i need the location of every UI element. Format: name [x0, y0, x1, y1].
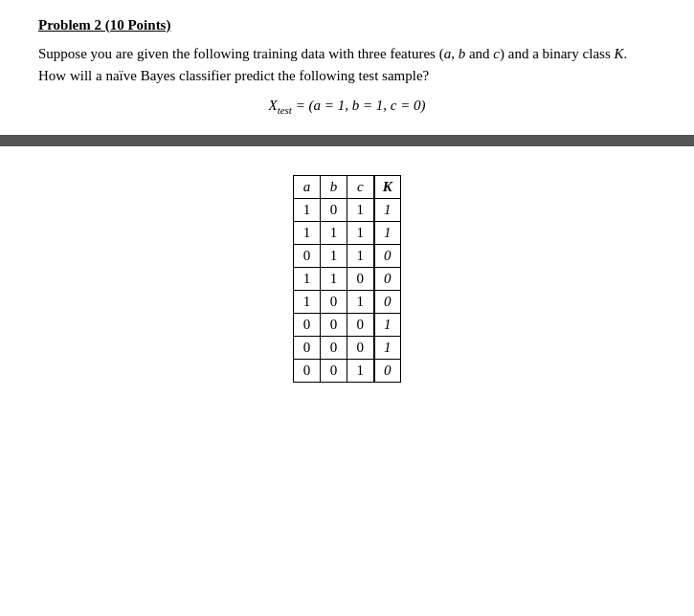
- table-cell: 0: [321, 314, 347, 337]
- table-row: 0010: [294, 360, 401, 383]
- table-cell: 0: [321, 291, 347, 314]
- col-header-a: a: [294, 176, 321, 199]
- table-cell: 0: [294, 314, 321, 337]
- table-cell: 1: [294, 291, 321, 314]
- formula-line: Xtest = (a = 1, b = 1, c = 0): [38, 98, 656, 116]
- table-cell: 1: [347, 360, 374, 383]
- table-row: 0001: [294, 337, 401, 360]
- table-cell: 1: [347, 199, 374, 222]
- table-row: 1111: [294, 222, 401, 245]
- table-cell: 1: [374, 222, 401, 245]
- formula-x: X: [268, 98, 277, 113]
- table-cell: 0: [294, 337, 321, 360]
- table-cell: 0: [374, 245, 401, 268]
- table-row: 1100: [294, 268, 401, 291]
- col-header-k: K: [374, 176, 401, 199]
- feature-a: a: [444, 46, 452, 61]
- class-k: K: [615, 46, 624, 61]
- table-cell: 1: [374, 199, 401, 222]
- formula-sub: test: [278, 104, 292, 116]
- problem-title: Problem 2 (10 Points): [38, 17, 656, 33]
- table-cell: 0: [347, 314, 374, 337]
- table-cell: 0: [347, 337, 374, 360]
- table-row: 1011: [294, 199, 401, 222]
- table-cell: 1: [374, 314, 401, 337]
- bottom-section: a b c K 10111111011011001010000100010010: [0, 146, 694, 402]
- table-cell: 0: [321, 337, 347, 360]
- table-row: 1010: [294, 291, 401, 314]
- table-cell: 1: [321, 245, 347, 268]
- table-cell: 1: [321, 222, 347, 245]
- table-cell: 1: [347, 222, 374, 245]
- top-section: Problem 2 (10 Points) Suppose you are gi…: [0, 0, 694, 135]
- table-cell: 0: [321, 360, 347, 383]
- table-header-row: a b c K: [294, 176, 401, 199]
- table-row: 0001: [294, 314, 401, 337]
- table-cell: 0: [294, 360, 321, 383]
- problem-description: Suppose you are given the following trai…: [38, 43, 656, 86]
- feature-b: b: [459, 46, 466, 61]
- table-cell: 0: [374, 291, 401, 314]
- col-header-b: b: [321, 176, 347, 199]
- table-cell: 1: [294, 268, 321, 291]
- training-data-table: a b c K 10111111011011001010000100010010: [293, 175, 401, 383]
- col-header-c: c: [347, 176, 374, 199]
- table-cell: 0: [374, 268, 401, 291]
- section-divider: [0, 135, 694, 146]
- table-cell: 1: [347, 245, 374, 268]
- table-cell: 0: [374, 360, 401, 383]
- feature-c: c: [493, 46, 500, 61]
- table-cell: 1: [374, 337, 401, 360]
- table-cell: 0: [321, 199, 347, 222]
- table-cell: 1: [294, 222, 321, 245]
- table-cell: 0: [347, 268, 374, 291]
- table-cell: 0: [294, 245, 321, 268]
- table-row: 0110: [294, 245, 401, 268]
- formula-rest: = (a = 1, b = 1, c = 0): [292, 98, 426, 113]
- table-cell: 1: [294, 199, 321, 222]
- table-cell: 1: [347, 291, 374, 314]
- table-cell: 1: [321, 268, 347, 291]
